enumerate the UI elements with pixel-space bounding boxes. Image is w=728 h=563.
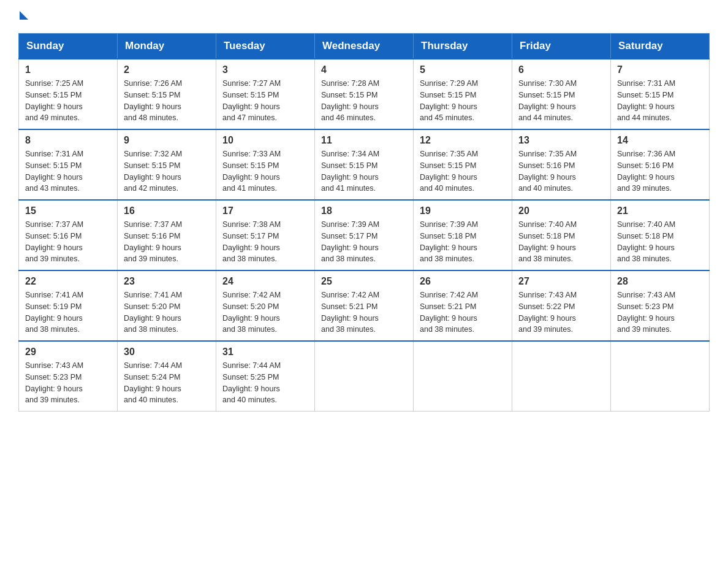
day-number: 16: [124, 205, 210, 216]
day-info: Sunrise: 7:30 AM Sunset: 5:15 PM Dayligh…: [518, 78, 604, 124]
calendar-week-row: 22 Sunrise: 7:41 AM Sunset: 5:19 PM Dayl…: [19, 270, 710, 341]
day-info: Sunrise: 7:36 AM Sunset: 5:16 PM Dayligh…: [617, 148, 703, 194]
calendar-cell: 7 Sunrise: 7:31 AM Sunset: 5:15 PM Dayli…: [611, 59, 710, 129]
calendar-cell: 30 Sunrise: 7:44 AM Sunset: 5:24 PM Dayl…: [118, 341, 216, 412]
calendar-cell: 29 Sunrise: 7:43 AM Sunset: 5:23 PM Dayl…: [19, 341, 118, 412]
calendar-header-friday: Friday: [512, 34, 611, 59]
calendar-header-wednesday: Wednesday: [315, 34, 414, 59]
calendar-cell: 26 Sunrise: 7:42 AM Sunset: 5:21 PM Dayl…: [414, 270, 512, 341]
calendar-header-sunday: Sunday: [19, 34, 118, 59]
calendar-cell: 21 Sunrise: 7:40 AM Sunset: 5:18 PM Dayl…: [611, 200, 710, 270]
calendar-header-monday: Monday: [118, 34, 216, 59]
day-number: 30: [124, 347, 210, 358]
day-number: 15: [25, 205, 111, 216]
calendar-week-row: 15 Sunrise: 7:37 AM Sunset: 5:16 PM Dayl…: [19, 200, 710, 270]
day-number: 29: [25, 347, 111, 358]
calendar-cell: 23 Sunrise: 7:41 AM Sunset: 5:20 PM Dayl…: [118, 270, 216, 341]
day-number: 22: [25, 276, 111, 287]
day-number: 2: [124, 64, 210, 75]
calendar-cell: 1 Sunrise: 7:25 AM Sunset: 5:15 PM Dayli…: [19, 59, 118, 129]
calendar-cell: 24 Sunrise: 7:42 AM Sunset: 5:20 PM Dayl…: [216, 270, 315, 341]
day-number: 7: [617, 64, 703, 75]
day-number: 6: [518, 64, 604, 75]
calendar-cell: [315, 341, 414, 412]
calendar-week-row: 8 Sunrise: 7:31 AM Sunset: 5:15 PM Dayli…: [19, 129, 710, 200]
calendar-cell: 3 Sunrise: 7:27 AM Sunset: 5:15 PM Dayli…: [216, 59, 315, 129]
day-info: Sunrise: 7:29 AM Sunset: 5:15 PM Dayligh…: [420, 78, 506, 124]
calendar-cell: [611, 341, 710, 412]
day-number: 14: [617, 135, 703, 146]
calendar-cell: [414, 341, 512, 412]
day-info: Sunrise: 7:40 AM Sunset: 5:18 PM Dayligh…: [617, 219, 703, 265]
day-info: Sunrise: 7:42 AM Sunset: 5:21 PM Dayligh…: [420, 289, 506, 335]
calendar-week-row: 1 Sunrise: 7:25 AM Sunset: 5:15 PM Dayli…: [19, 59, 710, 129]
day-info: Sunrise: 7:41 AM Sunset: 5:19 PM Dayligh…: [25, 289, 111, 335]
day-info: Sunrise: 7:31 AM Sunset: 5:15 PM Dayligh…: [617, 78, 703, 124]
day-info: Sunrise: 7:31 AM Sunset: 5:15 PM Dayligh…: [25, 148, 111, 194]
day-number: 20: [518, 205, 604, 216]
calendar-cell: 11 Sunrise: 7:34 AM Sunset: 5:15 PM Dayl…: [315, 129, 414, 200]
calendar-header-row: SundayMondayTuesdayWednesdayThursdayFrid…: [19, 34, 710, 59]
calendar-cell: 10 Sunrise: 7:33 AM Sunset: 5:15 PM Dayl…: [216, 129, 315, 200]
day-info: Sunrise: 7:39 AM Sunset: 5:17 PM Dayligh…: [321, 219, 407, 265]
day-info: Sunrise: 7:35 AM Sunset: 5:15 PM Dayligh…: [420, 148, 506, 194]
calendar-cell: 18 Sunrise: 7:39 AM Sunset: 5:17 PM Dayl…: [315, 200, 414, 270]
day-number: 21: [617, 205, 703, 216]
calendar-cell: 13 Sunrise: 7:35 AM Sunset: 5:16 PM Dayl…: [512, 129, 611, 200]
day-number: 12: [420, 135, 506, 146]
calendar-cell: 25 Sunrise: 7:42 AM Sunset: 5:21 PM Dayl…: [315, 270, 414, 341]
logo-triangle-icon: [20, 11, 28, 20]
calendar-cell: [512, 341, 611, 412]
calendar-cell: 27 Sunrise: 7:43 AM Sunset: 5:22 PM Dayl…: [512, 270, 611, 341]
day-number: 8: [25, 135, 111, 146]
day-info: Sunrise: 7:35 AM Sunset: 5:16 PM Dayligh…: [518, 148, 604, 194]
calendar-cell: 14 Sunrise: 7:36 AM Sunset: 5:16 PM Dayl…: [611, 129, 710, 200]
day-number: 18: [321, 205, 407, 216]
day-info: Sunrise: 7:32 AM Sunset: 5:15 PM Dayligh…: [124, 148, 210, 194]
day-info: Sunrise: 7:43 AM Sunset: 5:23 PM Dayligh…: [617, 289, 703, 335]
day-number: 17: [222, 205, 308, 216]
calendar-table: SundayMondayTuesdayWednesdayThursdayFrid…: [18, 33, 710, 412]
day-number: 9: [124, 135, 210, 146]
day-number: 23: [124, 276, 210, 287]
calendar-cell: 2 Sunrise: 7:26 AM Sunset: 5:15 PM Dayli…: [118, 59, 216, 129]
calendar-header-thursday: Thursday: [414, 34, 512, 59]
calendar-cell: 6 Sunrise: 7:30 AM Sunset: 5:15 PM Dayli…: [512, 59, 611, 129]
day-info: Sunrise: 7:41 AM Sunset: 5:20 PM Dayligh…: [124, 289, 210, 335]
calendar-cell: 28 Sunrise: 7:43 AM Sunset: 5:23 PM Dayl…: [611, 270, 710, 341]
day-number: 25: [321, 276, 407, 287]
calendar-cell: 17 Sunrise: 7:38 AM Sunset: 5:17 PM Dayl…: [216, 200, 315, 270]
day-info: Sunrise: 7:39 AM Sunset: 5:18 PM Dayligh…: [420, 219, 506, 265]
calendar-cell: 12 Sunrise: 7:35 AM Sunset: 5:15 PM Dayl…: [414, 129, 512, 200]
calendar-header-tuesday: Tuesday: [216, 34, 315, 59]
calendar-cell: 22 Sunrise: 7:41 AM Sunset: 5:19 PM Dayl…: [19, 270, 118, 341]
day-number: 3: [222, 64, 308, 75]
logo: [18, 12, 28, 21]
calendar-week-row: 29 Sunrise: 7:43 AM Sunset: 5:23 PM Dayl…: [19, 341, 710, 412]
calendar-cell: 5 Sunrise: 7:29 AM Sunset: 5:15 PM Dayli…: [414, 59, 512, 129]
day-number: 13: [518, 135, 604, 146]
day-info: Sunrise: 7:38 AM Sunset: 5:17 PM Dayligh…: [222, 219, 308, 265]
day-number: 26: [420, 276, 506, 287]
day-info: Sunrise: 7:42 AM Sunset: 5:21 PM Dayligh…: [321, 289, 407, 335]
day-info: Sunrise: 7:34 AM Sunset: 5:15 PM Dayligh…: [321, 148, 407, 194]
calendar-header-saturday: Saturday: [611, 34, 710, 59]
day-number: 4: [321, 64, 407, 75]
day-info: Sunrise: 7:43 AM Sunset: 5:23 PM Dayligh…: [25, 360, 111, 406]
day-number: 27: [518, 276, 604, 287]
day-number: 5: [420, 64, 506, 75]
day-info: Sunrise: 7:42 AM Sunset: 5:20 PM Dayligh…: [222, 289, 308, 335]
day-number: 19: [420, 205, 506, 216]
day-info: Sunrise: 7:40 AM Sunset: 5:18 PM Dayligh…: [518, 219, 604, 265]
day-info: Sunrise: 7:28 AM Sunset: 5:15 PM Dayligh…: [321, 78, 407, 124]
calendar-cell: 19 Sunrise: 7:39 AM Sunset: 5:18 PM Dayl…: [414, 200, 512, 270]
day-number: 24: [222, 276, 308, 287]
page-header: [18, 12, 710, 21]
day-number: 10: [222, 135, 308, 146]
day-number: 1: [25, 64, 111, 75]
day-info: Sunrise: 7:37 AM Sunset: 5:16 PM Dayligh…: [124, 219, 210, 265]
calendar-cell: 31 Sunrise: 7:44 AM Sunset: 5:25 PM Dayl…: [216, 341, 315, 412]
calendar-cell: 15 Sunrise: 7:37 AM Sunset: 5:16 PM Dayl…: [19, 200, 118, 270]
day-info: Sunrise: 7:44 AM Sunset: 5:25 PM Dayligh…: [222, 360, 308, 406]
day-info: Sunrise: 7:26 AM Sunset: 5:15 PM Dayligh…: [124, 78, 210, 124]
